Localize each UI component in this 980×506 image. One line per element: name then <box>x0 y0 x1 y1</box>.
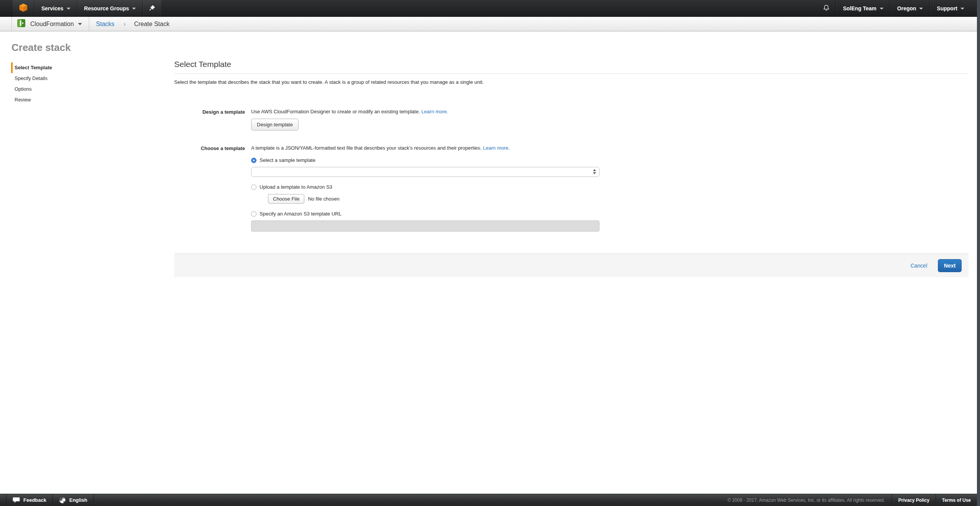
wizard-steps: Select Template Specify Details Options … <box>0 54 174 105</box>
file-upload-row: Choose File No file chosen <box>268 194 599 204</box>
cancel-button[interactable]: Cancel <box>910 263 927 269</box>
chevron-down-icon <box>880 8 884 10</box>
main-panel: Select Template Select the template that… <box>174 54 969 277</box>
radio-button[interactable] <box>251 184 256 190</box>
radio-specify-url[interactable]: Specify an Amazon S3 template URL <box>251 211 599 217</box>
step-review[interactable]: Review <box>11 95 174 105</box>
choose-template-label: Choose a template <box>174 145 245 151</box>
language-label: English <box>69 497 87 503</box>
file-chosen-status: No file chosen <box>308 196 339 202</box>
radio-sample-template[interactable]: Select a sample template <box>251 157 599 163</box>
choose-template-row: Choose a template A template is a JSON/Y… <box>174 145 969 232</box>
next-button[interactable]: Next <box>938 259 962 272</box>
page-title: Create stack <box>11 42 980 54</box>
top-nav: Services Resource Groups <box>0 0 980 17</box>
design-template-row: Design a template Use AWS CloudFormation… <box>174 109 969 131</box>
chevron-down-icon <box>78 23 82 25</box>
s3-template-url-input[interactable] <box>251 220 599 232</box>
feedback-button[interactable]: Feedback <box>6 494 52 506</box>
nav-account-menu[interactable]: SolEng Team <box>836 0 890 17</box>
copyright-text: © 2008 - 2017, Amazon Web Services, Inc.… <box>727 494 892 506</box>
sample-template-select[interactable] <box>251 167 599 177</box>
choose-file-button[interactable]: Choose File <box>268 194 304 204</box>
nav-services-menu[interactable]: Services <box>35 0 77 17</box>
speech-bubble-icon <box>13 497 20 503</box>
choose-template-text: A template is a JSON/YAML-formatted text… <box>251 145 482 151</box>
bottom-bar-left: Feedback English <box>6 494 94 506</box>
step-specify-details[interactable]: Specify Details <box>11 73 174 84</box>
terms-of-use-link[interactable]: Terms of Use <box>936 494 977 506</box>
chevron-down-icon <box>132 8 136 10</box>
nav-account-label: SolEng Team <box>843 5 877 11</box>
aws-logo[interactable] <box>13 0 34 17</box>
radio-upload-template[interactable]: Upload a template to Amazon S3 <box>251 184 599 190</box>
feedback-label: Feedback <box>23 497 46 503</box>
cloudformation-icon <box>17 19 26 29</box>
breadcrumb-current-page: Create Stack <box>134 21 169 28</box>
nav-support-menu[interactable]: Support <box>930 0 971 17</box>
breadcrumb-stacks-link[interactable]: Stacks <box>96 21 114 28</box>
bell-icon <box>823 4 830 13</box>
breadcrumb-separator-line <box>89 17 89 31</box>
breadcrumb-separator-icon: › <box>124 21 126 28</box>
radio-upload-template-label: Upload a template to Amazon S3 <box>260 184 332 190</box>
radio-button[interactable] <box>251 211 256 217</box>
section-description: Select the template that describes the s… <box>174 79 969 85</box>
nav-resource-groups-menu[interactable]: Resource Groups <box>78 0 142 17</box>
page-layout: Select Template Specify Details Options … <box>0 54 980 277</box>
step-options[interactable]: Options <box>11 84 174 95</box>
radio-sample-template-label: Select a sample template <box>260 157 315 163</box>
heading-rule <box>174 73 969 74</box>
nav-resource-groups-label: Resource Groups <box>84 5 129 11</box>
service-menu-cloudformation[interactable]: CloudFormation <box>17 19 82 29</box>
privacy-policy-link[interactable]: Privacy Policy <box>892 494 935 506</box>
step-select-template[interactable]: Select Template <box>11 62 174 73</box>
globe-icon <box>59 497 66 504</box>
chevron-down-icon <box>67 8 70 10</box>
top-nav-right: SolEng Team Oregon Support <box>817 0 971 17</box>
chevron-down-icon <box>960 8 964 10</box>
design-template-text: Use AWS CloudFormation Designer to creat… <box>251 109 420 114</box>
pin-shortcuts-button[interactable] <box>143 0 161 17</box>
nav-services-label: Services <box>41 5 64 11</box>
design-template-label: Design a template <box>174 109 245 115</box>
choose-learn-more-link[interactable]: Learn more. <box>483 145 510 151</box>
scrollbar[interactable] <box>977 0 980 506</box>
choose-template-content: A template is a JSON/YAML-formatted text… <box>251 145 599 232</box>
nav-support-label: Support <box>937 5 957 11</box>
nav-region-label: Oregon <box>897 5 916 11</box>
design-learn-more-link[interactable]: Learn more. <box>421 109 448 114</box>
design-template-button[interactable]: Design template <box>251 119 299 131</box>
wizard-action-bar: Cancel Next <box>174 253 969 277</box>
bottom-bar: Feedback English © 2008 - 2017, Amazon W… <box>0 494 977 506</box>
nav-region-menu[interactable]: Oregon <box>891 0 930 17</box>
aws-cube-icon <box>18 3 28 14</box>
notifications-button[interactable] <box>817 0 836 17</box>
breadcrumb-left-separator <box>11 17 12 31</box>
design-template-content: Use AWS CloudFormation Designer to creat… <box>251 109 448 131</box>
breadcrumb: CloudFormation Stacks › Create Stack <box>0 17 980 31</box>
pushpin-icon <box>149 5 155 13</box>
select-stepper-icon <box>593 169 596 174</box>
chevron-down-icon <box>919 8 923 10</box>
language-button[interactable]: English <box>52 494 94 506</box>
radio-specify-url-label: Specify an Amazon S3 template URL <box>260 211 341 217</box>
top-nav-left: Services Resource Groups <box>13 0 161 17</box>
section-heading: Select Template <box>174 60 969 69</box>
breadcrumb-service-label: CloudFormation <box>30 21 74 28</box>
bottom-bar-right: © 2008 - 2017, Amazon Web Services, Inc.… <box>727 494 977 506</box>
radio-button-selected[interactable] <box>251 158 256 163</box>
